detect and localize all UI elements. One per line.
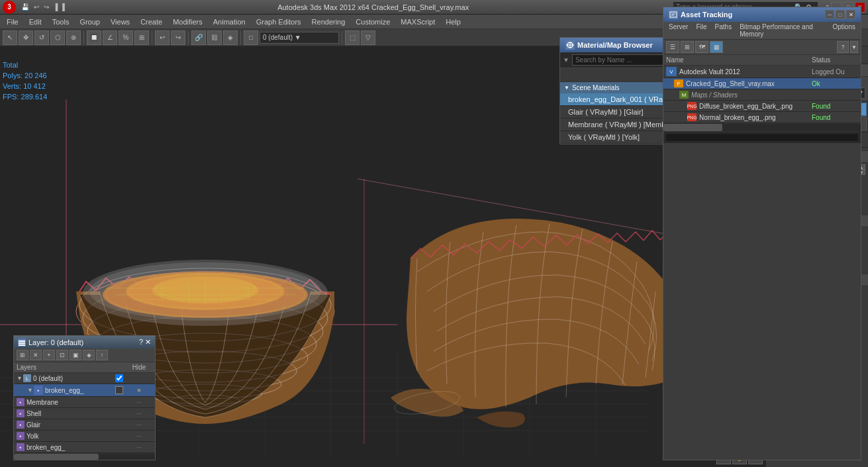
layer-item-yolk[interactable]: ▪ Yolk ···: [14, 431, 155, 442]
mat-browser-title: Material/Map Browser: [577, 41, 653, 49]
layers-toolbar: ⊞ ✕ + ⊡ ▣ ◈ ↑: [14, 348, 155, 362]
asset-name-vault: Autodesk Vault 2012: [679, 68, 812, 76]
asset-tb-track[interactable]: ▦: [710, 41, 723, 53]
layer-expand-icon[interactable]: ▼: [17, 375, 23, 382]
toolbar-undo[interactable]: ↩: [155, 30, 169, 45]
menu-file[interactable]: File: [1, 17, 24, 27]
toolbar-angle-snap[interactable]: ∠: [103, 30, 117, 45]
asset-item-normal[interactable]: PNG Normal_broken_egg_.png Found: [663, 112, 861, 123]
layer-move-btn[interactable]: ↑: [96, 350, 108, 360]
search-filter-icon: ▼: [563, 56, 569, 64]
menu-edit[interactable]: Edit: [24, 17, 47, 27]
layer-glair-icon: ▪: [17, 421, 24, 429]
layer-item-broken-egg[interactable]: ▼ ▪ broken_egg_ ■: [14, 384, 155, 397]
layer-select-objects[interactable]: ⊡: [56, 350, 68, 360]
asset-tb-list[interactable]: ☰: [666, 41, 679, 53]
png-icon-diffuse: PNG: [687, 102, 697, 110]
layer-item-broken-egg2[interactable]: ▪ broken_egg_ ···: [14, 442, 155, 453]
layer-item[interactable]: ▼ L 0 (default): [14, 373, 155, 384]
layer-item-membrane[interactable]: ▪ Membrane ···: [14, 397, 155, 408]
layer-dropdown[interactable]: 0 (default) ▼: [260, 32, 339, 44]
layers-list: ▼ L 0 (default) ▼ ▪ broken_egg_ ■ ▪: [14, 373, 155, 453]
toolbar-snap[interactable]: 🔲: [87, 30, 101, 45]
separator: [83, 31, 84, 44]
asset-item-file[interactable]: F Cracked_Egg_Shell_vray.max Ok: [663, 78, 861, 89]
layers-scrollbar-thumb[interactable]: [14, 454, 99, 460]
asset-name-diffuse: Diffuse_broken_egg_Dark_.png: [699, 103, 812, 110]
asset-status-normal: Found: [812, 114, 858, 121]
toolbar-redo[interactable]: ↪: [171, 30, 185, 45]
toolbar-ref[interactable]: ⊕: [66, 30, 81, 45]
layer-highlight[interactable]: ◈: [83, 350, 95, 360]
menu-rendering[interactable]: Rendering: [307, 17, 351, 27]
toolbar-scale[interactable]: ⬡: [50, 30, 65, 45]
menu-customize[interactable]: Customize: [350, 17, 395, 27]
toolbar-move[interactable]: ✥: [19, 30, 33, 45]
layer-delete-btn[interactable]: ✕: [30, 350, 42, 360]
asset-tb-grid[interactable]: ⊞: [681, 41, 694, 53]
menu-animation[interactable]: Animation: [208, 17, 251, 27]
asset-tb-map[interactable]: 🗺: [695, 41, 708, 53]
toolbar-link[interactable]: 🔗: [191, 30, 206, 45]
scene-materials-arrow: ▼: [564, 85, 569, 91]
asset-menu-server[interactable]: Server: [665, 23, 692, 38]
layers-icon: [18, 338, 26, 346]
layer-add-btn[interactable]: +: [43, 350, 55, 360]
menu-views[interactable]: Views: [105, 17, 135, 27]
toolbar-percent[interactable]: %: [119, 30, 133, 45]
toolbar-rotate[interactable]: ↺: [34, 30, 49, 45]
layer-select-layer[interactable]: ▣: [70, 350, 81, 360]
layer-name-broken-egg2: broken_egg_: [26, 444, 126, 451]
layer-name-0: 0 (default): [33, 375, 115, 382]
toolbar-filter[interactable]: ▽: [361, 30, 375, 45]
layer-checkbox-0[interactable]: [115, 374, 123, 382]
layer-box-icon[interactable]: [115, 386, 123, 394]
layer-new-btn[interactable]: ⊞: [17, 350, 28, 360]
layers-help-btn[interactable]: ?: [139, 338, 143, 346]
asset-item-vault[interactable]: V Autodesk Vault 2012 Logged Ou: [663, 66, 861, 78]
asset-scrollbar-thumb[interactable]: [663, 124, 722, 131]
menu-maxscript[interactable]: MAXScript: [395, 17, 440, 27]
asset-help-btn[interactable]: ?: [837, 41, 849, 53]
asset-menu-bitmap-perf[interactable]: Bitmap Performance and Memory: [736, 23, 828, 38]
toolbar-unlink[interactable]: ⛓: [207, 30, 222, 45]
menu-tools[interactable]: Tools: [47, 17, 75, 27]
layer-hide-glair: ···: [126, 421, 152, 428]
toolbar-select-all[interactable]: ⬚: [345, 30, 360, 45]
asset-item-diffuse[interactable]: PNG Diffuse_broken_egg_Dark_.png Found: [663, 101, 861, 112]
asset-menu-options[interactable]: Options: [829, 23, 859, 38]
toolbar-select[interactable]: ↖: [3, 30, 17, 45]
menu-modifiers[interactable]: Modifiers: [168, 17, 208, 27]
layers-scrollbar[interactable]: [14, 453, 155, 460]
asset-item-maps[interactable]: M Maps / Shaders: [663, 89, 861, 101]
asset-scrollbar[interactable]: [663, 123, 861, 131]
layer-name-membrane: Membrane: [26, 399, 126, 406]
layer-item-shell[interactable]: ▪ Shell ···: [14, 408, 155, 419]
toolbar-spinner[interactable]: ⊞: [134, 30, 149, 45]
asset-menu-file[interactable]: File: [692, 23, 710, 38]
menu-group[interactable]: Group: [74, 17, 105, 27]
layers-close-btn[interactable]: ✕: [145, 338, 151, 346]
toolbar-bind[interactable]: ◈: [223, 30, 238, 45]
asset-path-input[interactable]: [666, 134, 858, 141]
asset-close-btn[interactable]: ✕: [846, 10, 855, 19]
svg-rect-46: [19, 340, 25, 342]
asset-status-vault: Logged Ou: [812, 68, 858, 76]
layer-expand-icon[interactable]: ▼: [27, 387, 34, 393]
asset-status-file: Ok: [812, 80, 858, 87]
asset-minimize-btn[interactable]: ─: [825, 10, 834, 19]
menu-help[interactable]: Help: [440, 17, 466, 27]
asset-col-status: Status: [812, 56, 858, 64]
menu-graph-editors[interactable]: Graph Editors: [251, 17, 307, 27]
asset-menu-paths[interactable]: Paths: [711, 23, 736, 38]
asset-maximize-btn[interactable]: □: [836, 10, 845, 19]
asset-tb-extra[interactable]: ▼: [850, 41, 858, 53]
menu-create[interactable]: Create: [135, 17, 168, 27]
quick-access-toolbar: 💾 ↩ ↪ ▐ ▌: [20, 3, 68, 11]
layer-item-glair[interactable]: ▪ Glair ···: [14, 419, 155, 431]
layer-broken-egg2-icon: ▪: [17, 443, 24, 451]
layers-col-name: Layers: [17, 364, 126, 371]
layer-yolk-icon: ▪: [17, 432, 24, 440]
app-logo: 3: [3, 1, 16, 14]
toolbar-layer[interactable]: □: [244, 30, 258, 45]
